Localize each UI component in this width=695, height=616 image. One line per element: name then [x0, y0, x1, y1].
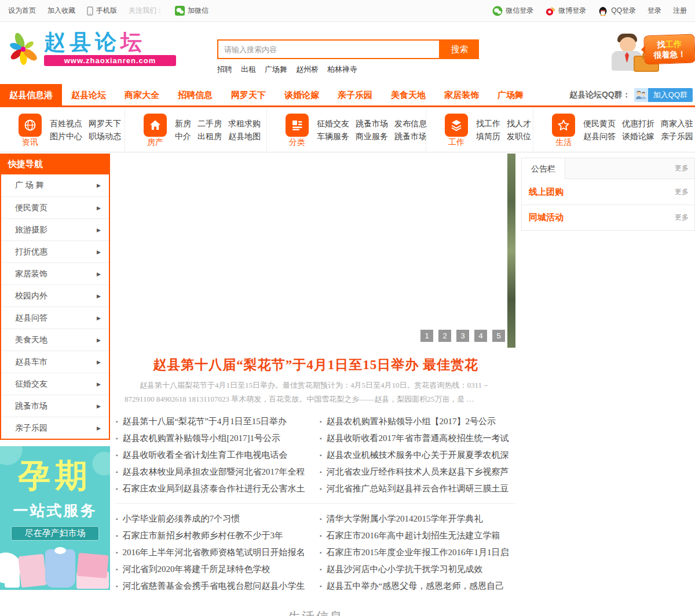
sidebar-nav-item[interactable]: 征婚交友 ▶ [1, 373, 109, 395]
category-link[interactable]: 跳蚤市场 [394, 132, 427, 142]
sidebar-nav-item[interactable]: 亲子乐园 ▶ [1, 417, 109, 439]
news-list-item[interactable]: ▪河北省慈善基金会携手省电视台慰问赵县小学生 [116, 578, 312, 595]
featured-slider[interactable]: 12345 [116, 154, 515, 348]
category-life-entry[interactable]: 生活 [552, 114, 575, 148]
nav-item-food[interactable]: 美食天地 [382, 84, 435, 105]
register-link[interactable]: 注册 [673, 6, 687, 16]
sidebar-nav-item[interactable]: 广 场 舞 ▶ [1, 174, 109, 196]
nav-item-jobs[interactable]: 招聘信息 [169, 84, 222, 105]
qq-login-link[interactable]: QQ登录 [598, 6, 636, 16]
join-qq-group-button[interactable]: 加入QQ群 [634, 88, 693, 102]
category-link[interactable]: 职场动态 [89, 132, 121, 142]
nav-item-netwide[interactable]: 网罗天下 [222, 84, 275, 105]
nav-item-portal[interactable]: 赵县信息港 [0, 84, 62, 105]
job-ad-mascot[interactable]: 找工作 很着急！ [607, 30, 695, 82]
news-list-item[interactable]: ▪赵县农机购置补贴领导小组[2017]1号公示 [116, 430, 312, 447]
tab-notice-board[interactable]: 公告栏 [522, 158, 565, 179]
news-list-item[interactable]: ▪赵县第十八届“梨花节”于4月1日至15日举办 [116, 413, 312, 430]
category-link[interactable]: 求租求购 [228, 119, 261, 129]
slider-page-button[interactable]: 2 [438, 330, 451, 342]
add-favorite-link[interactable]: 加入收藏 [47, 6, 75, 16]
category-link[interactable]: 出租房 [197, 132, 222, 142]
city-events-more-link[interactable]: 更多 [675, 213, 694, 223]
news-list-item[interactable]: ▪清华大学附属小学20142015学年开学典礼 [320, 511, 515, 527]
mobile-version-link[interactable]: 手机版 [87, 6, 117, 16]
nav-item-forum[interactable]: 赵县论坛 [62, 84, 115, 105]
news-list-item[interactable]: ▪赵县农业机械技术服务中心关于开展夏季农机深 [320, 447, 515, 464]
add-wechat-link[interactable]: 加微信 [175, 6, 209, 16]
category-link[interactable]: 谈婚论嫁 [622, 132, 654, 142]
news-list-item[interactable]: ▪赵县收听收看2017年省市普通高校招生统一考试 [320, 430, 515, 447]
slider-page-button[interactable]: 3 [456, 330, 469, 342]
sidebar-nav-item[interactable]: 校园内外 ▶ [1, 285, 109, 307]
sidebar-nav-item[interactable]: 旅游摄影 ▶ [1, 218, 109, 240]
category-link[interactable]: 填简历 [476, 132, 500, 142]
news-list-item[interactable]: ▪赵县五中举办“感恩父母，感恩老师，感恩自己 [320, 578, 515, 595]
category-classified-entry[interactable]: 分类 [286, 114, 309, 148]
news-list-item[interactable]: ▪赵县收听收看全省计划生育工作电视电话会 [116, 447, 312, 464]
category-link[interactable]: 优惠打折 [622, 119, 654, 129]
category-jobs-entry[interactable]: 工作 [445, 114, 468, 148]
news-list-item[interactable]: ▪赵县农机购置补贴领导小组【2017】2号公示 [320, 413, 515, 430]
sidebar-nav-item[interactable]: 赵县车市 ▶ [1, 351, 109, 373]
search-input[interactable] [217, 39, 440, 59]
search-hotword-link[interactable]: 出租 [241, 64, 256, 75]
category-link[interactable]: 便民黄页 [583, 119, 616, 129]
city-events-link[interactable]: 同城活动 [529, 212, 564, 223]
category-link[interactable]: 网罗天下 [89, 119, 121, 129]
news-list-item[interactable]: ▪河北省农业厅经作科技术人员来赵县下乡视察芦 [320, 464, 515, 480]
featured-headline[interactable]: 赵县第十八届“梨花节”于4月1日至15日举办 最佳赏花 [116, 356, 515, 374]
category-link[interactable]: 找工作 [476, 119, 500, 129]
category-link[interactable]: 赵县地图 [228, 132, 261, 142]
category-link[interactable]: 图片中心 [50, 132, 82, 142]
search-hotword-link[interactable]: 柏林禅寺 [327, 64, 357, 75]
news-list-item[interactable]: ▪石家庄市新招乡村教师乡村任教不少于3年 [116, 527, 312, 544]
category-link[interactable]: 跳蚤市场 [356, 119, 388, 129]
slider-page-button[interactable]: 1 [420, 330, 433, 342]
sidebar-nav-item[interactable]: 赵县问答 ▶ [1, 307, 109, 329]
pregnancy-ad-banner[interactable]: 孕期 一站式服务 尽在孕产妇市场 [0, 446, 110, 590]
news-list-item[interactable]: ▪石家庄市2015年度企业年报工作2016年1月1日启 [320, 544, 515, 561]
search-hotword-link[interactable]: 招聘 [217, 64, 232, 75]
nav-item-merchants[interactable]: 商家大全 [115, 84, 169, 105]
news-list-item[interactable]: ▪小学毕业前必须养成的7个习惯 [116, 511, 312, 527]
category-link[interactable]: 赵县问答 [583, 132, 616, 142]
wechat-login-link[interactable]: 微信登录 [492, 6, 533, 16]
category-link[interactable]: 车辆服务 [317, 132, 349, 142]
sidebar-nav-item[interactable]: 跳蚤市场 ▶ [1, 395, 109, 417]
category-link[interactable]: 商家入驻 [661, 119, 693, 129]
set-home-link[interactable]: 设为首页 [8, 6, 36, 16]
news-list-item[interactable]: ▪石家庄农业局到赵县济泰合作社进行无公害水土 [116, 480, 312, 497]
search-hotword-link[interactable]: 广场舞 [265, 64, 287, 75]
category-link[interactable]: 百姓视点 [50, 119, 82, 129]
weibo-login-link[interactable]: 微博登录 [545, 6, 586, 16]
category-news-entry[interactable]: 资讯 [19, 114, 42, 148]
search-hotword-link[interactable]: 赵州桥 [296, 64, 319, 75]
group-buy-more-link[interactable]: 更多 [675, 187, 694, 197]
category-property-entry[interactable]: 房产 [144, 114, 167, 148]
sidebar-nav-item[interactable]: 打折优惠 ▶ [1, 240, 109, 263]
sidebar-nav-item[interactable]: 美食天地 ▶ [1, 329, 109, 351]
category-link[interactable]: 发布信息 [394, 119, 427, 129]
group-buy-link[interactable]: 线上团购 [529, 187, 564, 198]
category-link[interactable]: 二手房 [197, 119, 222, 129]
nav-item-square-dance[interactable]: 广场舞 [488, 84, 533, 105]
category-link[interactable]: 新房 [175, 119, 191, 129]
slider-page-button[interactable]: 5 [492, 330, 505, 342]
news-list-item[interactable]: ▪2016年上半年河北省教师资格笔试明日开始报名 [116, 544, 312, 561]
category-link[interactable]: 找人才 [507, 119, 531, 129]
news-list-item[interactable]: ▪石家庄市2016年高中超计划招生无法建立学籍 [320, 527, 515, 544]
sidebar-nav-item[interactable]: 家居装饰 ▶ [1, 263, 109, 285]
category-link[interactable]: 中介 [175, 132, 191, 142]
notice-more-link[interactable]: 更多 [675, 163, 694, 173]
slider-page-button[interactable]: 4 [474, 330, 487, 342]
sidebar-nav-item[interactable]: 便民黄页 ▶ [1, 196, 109, 218]
news-list-item[interactable]: ▪赵县农林牧业局承担农业部暨河北省2017年全程 [116, 464, 312, 480]
site-logo[interactable]: 赵县论坛 www.zhaoxianren.com [5, 30, 176, 66]
news-list-item[interactable]: ▪河北省到2020年将建千所足球特色学校 [116, 561, 312, 578]
nav-item-marriage[interactable]: 谈婚论嫁 [275, 84, 328, 105]
category-link[interactable]: 商业服务 [356, 132, 388, 142]
nav-item-parenting[interactable]: 亲子乐园 [328, 84, 382, 105]
category-link[interactable]: 亲子乐园 [661, 132, 693, 142]
nav-item-home-decor[interactable]: 家居装饰 [435, 84, 488, 105]
